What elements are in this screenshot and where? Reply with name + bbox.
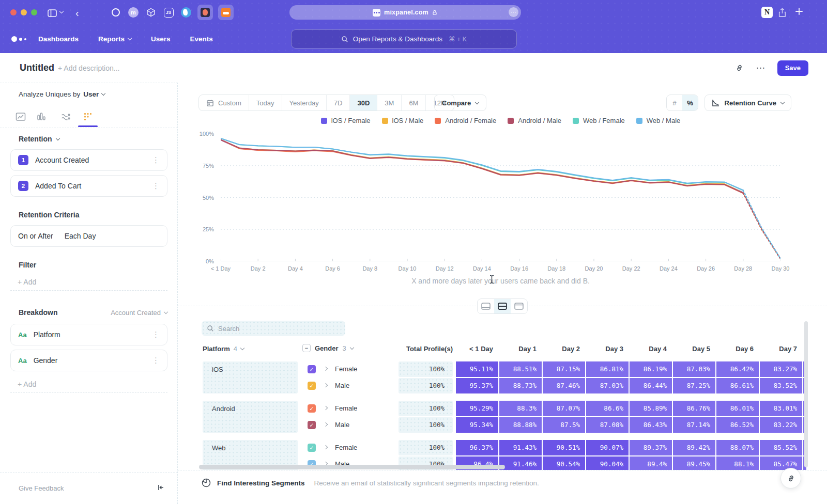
add-breakdown-button[interactable]: + Add	[10, 375, 167, 393]
compare-button[interactable]: Compare	[434, 94, 486, 111]
retention-value-cell[interactable]: 95.11%	[456, 361, 498, 377]
retention-value-cell[interactable]: 86.76%	[673, 401, 715, 416]
series-checkbox[interactable]: ✓	[308, 382, 316, 390]
retention-value-cell[interactable]: 88.07%	[716, 440, 759, 455]
soundcloud-icon[interactable]	[218, 5, 234, 20]
step-added-to-cart[interactable]: 2 Added To Cart ⋮	[10, 175, 167, 197]
address-bar[interactable]: mixpanel.com ⋯	[289, 5, 521, 20]
kebab-menu-icon[interactable]: ⋮	[152, 155, 160, 165]
range-6m[interactable]: 6M	[402, 95, 426, 111]
avatar-m-icon[interactable]: m	[127, 6, 140, 19]
retention-value-cell[interactable]: 86.61%	[716, 378, 759, 393]
close-button[interactable]	[10, 9, 17, 15]
retention-value-cell[interactable]: 87.15%	[543, 361, 585, 377]
minimize-button[interactable]	[21, 9, 27, 15]
kebab-menu-icon[interactable]: ⋮	[152, 181, 160, 191]
retention-value-cell[interactable]: 83.22%	[760, 417, 802, 433]
legend-android-male[interactable]: Android / Male	[508, 117, 561, 124]
series-checkbox[interactable]: ✓	[308, 421, 316, 429]
series-checkbox[interactable]: ✓	[308, 404, 316, 413]
legend-ios-male[interactable]: iOS / Male	[382, 117, 424, 124]
copy-link-icon[interactable]	[735, 64, 744, 72]
back-icon[interactable]: ‹	[75, 7, 79, 19]
notes-app-icon[interactable]	[197, 5, 213, 20]
tab-flows[interactable]	[58, 109, 73, 124]
retention-value-cell[interactable]: 87.5%	[543, 417, 585, 433]
retention-value-cell[interactable]: 87.03%	[673, 361, 715, 377]
retention-value-cell[interactable]: 88.88%	[499, 417, 542, 433]
column-header-gender[interactable]: − Gender3	[302, 344, 354, 352]
mixpanel-logo[interactable]	[11, 36, 26, 42]
expand-chevron-icon[interactable]	[324, 422, 328, 427]
chart-type-selector[interactable]: Retention Curve	[705, 94, 791, 111]
retention-value-cell[interactable]: 86.44%	[630, 378, 672, 393]
retention-value-cell[interactable]: 86.81%	[586, 361, 629, 377]
layout-table-only-icon[interactable]	[511, 299, 527, 313]
retention-value-cell[interactable]: 87.25%	[673, 378, 715, 393]
retention-value-cell[interactable]: 89.42%	[673, 440, 715, 455]
range-today[interactable]: Today	[249, 95, 282, 111]
retention-value-cell[interactable]: 83.01%	[760, 401, 802, 416]
retention-value-cell[interactable]: 95.29%	[456, 401, 498, 416]
more-options-icon[interactable]: ⋯	[756, 62, 765, 73]
cube-icon[interactable]	[145, 6, 157, 19]
retention-value-cell[interactable]: 85.52%	[760, 440, 802, 455]
retention-value-cell[interactable]: 86.01%	[716, 401, 759, 416]
range-7d[interactable]: 7D	[327, 95, 350, 111]
range-yesterday[interactable]: Yesterday	[282, 95, 327, 111]
criteria-operator[interactable]: On or After	[18, 232, 53, 240]
notion-tab-icon[interactable]: N	[761, 7, 773, 18]
breakdown-scope-selector[interactable]: Account Created	[111, 309, 167, 317]
retention-value-cell[interactable]: 90.04%	[586, 456, 629, 471]
breakdown-gender[interactable]: Aa Gender ⋮	[10, 350, 167, 371]
retention-value-cell[interactable]: 85.89%	[630, 401, 672, 416]
criteria-interval[interactable]: Each Day	[65, 232, 96, 240]
retention-value-cell[interactable]: 90.07%	[586, 440, 629, 455]
nav-item-dashboards[interactable]: Dashboards	[38, 35, 79, 43]
javascript-icon[interactable]: JS	[162, 6, 175, 19]
retention-value-cell[interactable]: 87.08%	[586, 417, 629, 433]
retention-value-cell[interactable]: 88.1%	[716, 456, 759, 471]
select-all-checkbox[interactable]: −	[302, 344, 311, 352]
legend-web-male[interactable]: Web / Male	[636, 117, 681, 124]
vertical-scrollbar[interactable]	[804, 321, 808, 467]
report-title[interactable]: Untitled	[20, 62, 54, 73]
share-icon[interactable]	[778, 8, 787, 18]
retention-value-cell[interactable]: 83.52%	[760, 378, 802, 393]
save-button[interactable]: Save	[777, 60, 808, 76]
retention-value-cell[interactable]: 83.27%	[760, 361, 802, 377]
retention-value-cell[interactable]: 86.43%	[630, 417, 672, 433]
series-checkbox[interactable]: ✓	[308, 444, 316, 452]
step-account-created[interactable]: 1 Account Created ⋮	[10, 149, 167, 171]
legend-ios-female[interactable]: iOS / Female	[321, 117, 371, 124]
tab-insights[interactable]	[13, 109, 28, 124]
retention-value-cell[interactable]: 95.34%	[456, 417, 498, 433]
retention-value-cell[interactable]: 87.46%	[543, 378, 585, 393]
nav-item-events[interactable]: Events	[190, 35, 213, 43]
series-checkbox[interactable]: ✓	[308, 365, 316, 373]
range-30d[interactable]: 30D	[350, 95, 377, 111]
retention-value-cell[interactable]: 87.07%	[543, 401, 585, 416]
sidebar-toggle-icon[interactable]	[48, 9, 57, 17]
collapse-sidebar-icon[interactable]	[157, 483, 165, 494]
legend-web-female[interactable]: Web / Female	[573, 117, 625, 124]
table-search-input[interactable]: Search	[202, 321, 345, 336]
legend-android-female[interactable]: Android / Female	[435, 117, 496, 124]
retention-value-cell[interactable]: 86.42%	[716, 361, 759, 377]
retention-value-cell[interactable]: 96.37%	[456, 440, 498, 455]
retention-value-cell[interactable]: 86.52%	[716, 417, 759, 433]
horizontal-scrollbar[interactable]	[199, 465, 505, 469]
retention-value-cell[interactable]: 87.14%	[673, 417, 715, 433]
find-segments-title[interactable]: Find Interesting Segments	[217, 479, 305, 487]
expand-chevron-icon[interactable]	[324, 445, 328, 449]
zoom-button[interactable]	[31, 9, 37, 15]
percent-toggle-button[interactable]: %	[682, 95, 698, 111]
tab-funnels[interactable]	[34, 109, 49, 124]
chevron-down-icon[interactable]	[60, 11, 63, 13]
retention-value-cell[interactable]: 91.46%	[499, 456, 542, 471]
retention-value-cell[interactable]: 89.45%	[673, 456, 715, 471]
new-tab-icon[interactable]	[794, 7, 804, 16]
layout-chart-only-icon[interactable]	[478, 299, 494, 313]
retention-section-header[interactable]: Retention	[19, 135, 59, 143]
retention-criteria-card[interactable]: On or After Each Day	[10, 225, 167, 247]
